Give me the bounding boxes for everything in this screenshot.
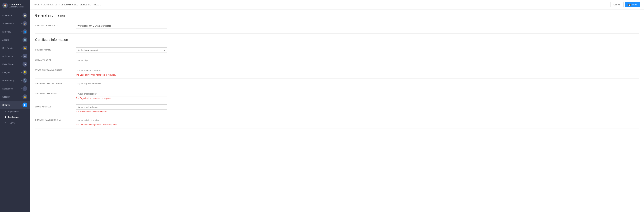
email-error: The Email address field is required. — [76, 110, 167, 113]
common-name-error: The Common name (domain) field is requir… — [76, 124, 167, 126]
state-label: STATE OR PROVINCE NAME — [35, 68, 72, 71]
sidebar-item-settings[interactable]: Settings ⌄ ⚙ — [0, 101, 30, 109]
directory-icon: 👥 — [22, 29, 27, 34]
delegation-icon: ↑ — [22, 86, 27, 91]
state-input[interactable] — [76, 68, 167, 73]
sidebar-item-dashboard[interactable]: Dashboard 🏠 — [0, 11, 30, 20]
form-row-org-unit: ORGANIZATION UNIT NAME — [35, 79, 638, 89]
breadcrumb-sep2: > — [58, 4, 60, 6]
certificates-dot-icon — [5, 116, 6, 118]
data-share-icon: ⇆ — [22, 62, 27, 67]
provisioning-chevron: ‹ — [21, 80, 22, 82]
state-error: The State or Province name field is requ… — [76, 74, 167, 76]
main-content: HOME > CERTIFICATES > GENERATE A SELF-SI… — [30, 0, 644, 212]
org-name-error: The Organization name field is required. — [76, 97, 167, 99]
sidebar-sub-appearance[interactable]: ✏ Appearance — [0, 109, 30, 114]
breadcrumb: HOME > CERTIFICATES > GENERATE A SELF-SI… — [34, 4, 101, 6]
self-service-icon: 👆 — [22, 46, 27, 50]
sidebar-item-data-share[interactable]: Data Share ⇆ — [0, 60, 30, 68]
security-chevron: ‹ — [21, 96, 22, 98]
applications-icon: 🚀 — [22, 21, 27, 26]
form-row-country: COUNTRY NAME <select your country> Unite… — [35, 45, 638, 55]
agents-icon: ⚙️ — [22, 38, 27, 42]
automation-icon: </> — [22, 54, 27, 59]
sidebar-item-automation[interactable]: Automation ‹ </> — [0, 52, 30, 60]
breadcrumb-certificates[interactable]: CERTIFICATES — [43, 4, 58, 6]
org-name-input[interactable] — [76, 91, 167, 96]
sidebar-item-agents[interactable]: Agents ⚙️ — [0, 36, 30, 44]
settings-icon: ⚙ — [22, 103, 27, 107]
provisioning-icon: 🔧 — [22, 78, 27, 83]
form-row-locality: LOCALITY NAME — [35, 55, 638, 65]
save-button[interactable]: 💾 Save — [625, 2, 640, 7]
general-section-title: General information — [35, 14, 638, 18]
appearance-label: Appearance — [8, 110, 18, 113]
form-area: General information NAME OF CERTIFICATE … — [30, 10, 644, 212]
directory-chevron: ‹ — [21, 31, 22, 33]
common-name-field: The Common name (domain) field is requir… — [76, 118, 167, 126]
topbar-actions: Cancel 💾 Save — [610, 2, 640, 7]
cancel-button[interactable]: Cancel — [610, 2, 624, 7]
sidebar-sub-logging[interactable]: ☰ Logging — [0, 120, 30, 125]
cert-name-field — [76, 23, 167, 29]
common-name-input[interactable] — [76, 118, 167, 123]
breadcrumb-home[interactable]: HOME — [34, 4, 40, 6]
insights-chevron: ‹ — [21, 72, 22, 73]
cert-info-section: Certificate information COUNTRY NAME <se… — [35, 38, 638, 128]
org-unit-field — [76, 81, 167, 86]
email-field: The Email address field is required. — [76, 104, 167, 113]
delegation-chevron: ‹ — [21, 88, 22, 90]
applications-chevron: ‹ — [21, 23, 22, 25]
form-row-common-name: COMMON NAME (DOMAIN) The Common name (do… — [35, 115, 638, 128]
sidebar-item-security[interactable]: Security ‹ 🔒 — [0, 93, 30, 101]
certificates-label: Certificates — [8, 116, 18, 118]
security-icon: 🔒 — [22, 94, 27, 99]
email-label: EMAIL ADDRESS — [35, 104, 72, 108]
save-icon: 💾 — [628, 4, 631, 6]
form-row-cert-name: NAME OF CERTIFICATE — [35, 21, 638, 31]
sidebar-nav: Dashboard 🏠 Applications ‹ 🚀 Directory ‹… — [0, 10, 30, 212]
locality-input[interactable] — [76, 58, 167, 63]
sidebar-header-icon: 🏠 — [2, 3, 8, 8]
logging-label: Logging — [8, 121, 15, 124]
sidebar-item-applications[interactable]: Applications ‹ 🚀 — [0, 20, 30, 28]
org-unit-label: ORGANIZATION UNIT NAME — [35, 81, 72, 84]
country-select[interactable]: <select your country> United States Unit… — [76, 48, 167, 53]
section-divider — [35, 33, 638, 34]
org-name-field: The Organization name field is required. — [76, 91, 167, 99]
form-row-state: STATE OR PROVINCE NAME The State or Prov… — [35, 65, 638, 79]
sidebar-header-text: Dashboard Admin Dashboard — [10, 3, 24, 8]
cert-name-input[interactable] — [76, 23, 167, 29]
locality-field — [76, 58, 167, 63]
locality-label: LOCALITY NAME — [35, 58, 72, 61]
breadcrumb-sep1: > — [41, 4, 42, 6]
form-row-org-name: ORGANIZATION NAME The Organization name … — [35, 89, 638, 102]
org-unit-input[interactable] — [76, 81, 167, 86]
save-label: Save — [632, 4, 637, 6]
sidebar: 🏠 Dashboard Admin Dashboard Dashboard 🏠 … — [0, 0, 30, 212]
sidebar-sub-certificates[interactable]: Certificates — [0, 114, 30, 120]
logging-icon: ☰ — [5, 121, 6, 124]
general-info-section: General information NAME OF CERTIFICATE — [35, 14, 638, 31]
sidebar-title: Dashboard — [10, 3, 24, 6]
settings-chevron: ⌄ — [20, 104, 22, 106]
automation-chevron: ‹ — [21, 55, 22, 57]
common-name-label: COMMON NAME (DOMAIN) — [35, 118, 72, 121]
sidebar-item-delegation[interactable]: Delegation ‹ ↑ — [0, 85, 30, 93]
sidebar-item-insights[interactable]: Insights ‹ 💡 — [0, 68, 30, 76]
cert-section-title: Certificate information — [35, 38, 638, 42]
country-field: <select your country> United States Unit… — [76, 48, 167, 53]
sidebar-item-directory[interactable]: Directory ‹ 👥 — [0, 28, 30, 36]
state-field: The State or Province name field is requ… — [76, 68, 167, 76]
sidebar-item-self-service[interactable]: Self Service ‹ 👆 — [0, 44, 30, 52]
self-service-chevron: ‹ — [21, 47, 22, 49]
topbar: HOME > CERTIFICATES > GENERATE A SELF-SI… — [30, 0, 644, 10]
sidebar-item-provisioning[interactable]: Provisioning ‹ 🔧 — [0, 76, 30, 85]
sidebar-header: 🏠 Dashboard Admin Dashboard — [0, 0, 30, 10]
insights-icon: 💡 — [22, 70, 27, 75]
appearance-icon: ✏ — [5, 111, 6, 113]
country-label: COUNTRY NAME — [35, 48, 72, 51]
email-input[interactable] — [76, 104, 167, 110]
sidebar-subtitle: Admin Dashboard — [10, 6, 24, 8]
cert-name-label: NAME OF CERTIFICATE — [35, 23, 72, 27]
